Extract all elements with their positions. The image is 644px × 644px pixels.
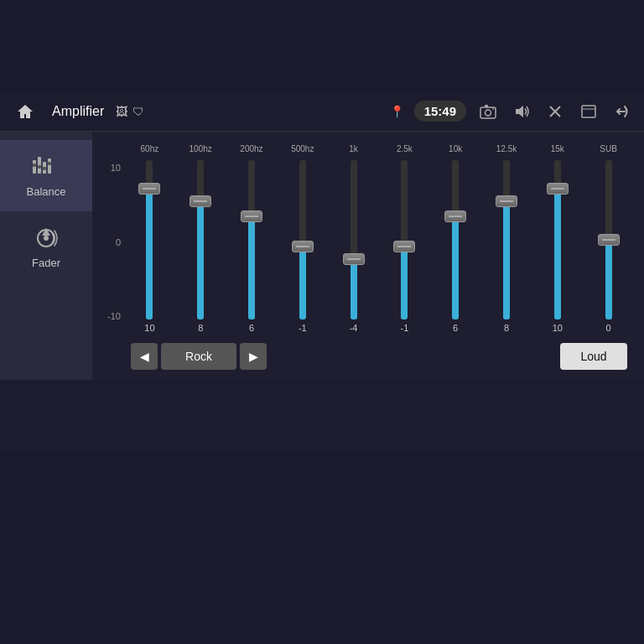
slider-fill-60hz [146,189,153,319]
freq-label-2.5k: 2.5k [397,140,413,157]
freq-label-200hz: 200hz [240,140,262,157]
slider-col-10k: 10k6 [432,140,480,338]
slider-track-10k[interactable] [452,160,459,319]
freq-label-100hz: 100hz [190,140,212,157]
value-label-1k: -4 [350,323,358,338]
slider-track-1k[interactable] [351,160,357,319]
slider-fill-15k [554,189,561,319]
sidebar-item-balance[interactable]: Balance [0,140,92,211]
slider-wrapper-SUB [584,160,632,319]
balance-icon [31,153,61,180]
slider-fill-100hz [197,201,204,319]
freq-label-12.5k: 12.5k [496,140,517,157]
slider-col-12.5k: 12.5k8 [483,140,531,338]
slider-track-60hz[interactable] [146,160,153,319]
close-button[interactable] [543,100,567,123]
preset-next-button[interactable]: ▶ [240,343,267,370]
slider-handle-12.5k[interactable] [496,195,517,207]
svg-point-1 [486,110,491,116]
svg-marker-18 [42,228,50,236]
value-label-10k: 6 [453,323,458,338]
back-button[interactable] [610,100,634,123]
slider-handle-100hz[interactable] [190,195,211,207]
slider-col-200hz: 200hz6 [228,140,276,338]
slider-track-100hz[interactable] [197,160,204,319]
slider-handle-SUB[interactable] [598,234,620,246]
freq-label-1k: 1k [349,140,358,157]
slider-track-2.5k[interactable] [401,160,408,319]
slider-fill-12.5k [503,201,510,319]
window-button[interactable] [577,100,600,123]
slider-track-200hz[interactable] [248,160,255,319]
slider-col-2.5k: 2.5k-1 [381,140,428,338]
value-label-2.5k: -1 [400,323,408,338]
slider-wrapper-2.5k [381,160,428,319]
preset-prev-button[interactable]: ◀ [131,343,158,370]
slider-col-60hz: 60hz10 [126,140,174,338]
svg-rect-7 [582,106,595,117]
freq-label-15k: 15k [551,140,564,157]
y-label-zero: 0 [116,238,121,247]
svg-rect-10 [33,164,36,167]
sliders-group: 60hz10100hz8200hz6500hz-11k-42.5k-110k61… [126,140,632,338]
slider-wrapper-12.5k [483,160,531,319]
slider-track-15k[interactable] [554,160,561,319]
camera-button[interactable] [476,100,500,123]
topbar-right: 📍 15:49 [390,100,634,123]
svg-rect-14 [43,167,46,170]
value-label-60hz: 10 [144,323,154,338]
slider-col-1k: 1k-4 [330,140,377,338]
slider-fill-1k [351,259,357,319]
freq-label-10k: 10k [449,140,462,157]
eq-sliders-container: 10 0 -10 60hz10100hz8200hz6500hz-11k-42.… [101,140,632,338]
slider-handle-500hz[interactable] [292,241,314,252]
slider-track-12.5k[interactable] [503,160,510,319]
freq-label-SUB: SUB [600,140,617,157]
value-label-500hz: -1 [299,323,307,338]
value-label-15k: 10 [553,323,563,338]
home-button[interactable] [10,96,40,127]
slider-handle-2.5k[interactable] [393,241,415,252]
slider-fill-2.5k [401,247,408,319]
slider-handle-60hz[interactable] [138,183,160,195]
y-label-bot: -10 [107,312,121,321]
value-label-SUB: 0 [606,323,611,338]
slider-wrapper-10k [432,160,480,319]
fader-label: Fader [32,257,60,269]
loud-button[interactable]: Loud [560,343,627,370]
sidebar-item-fader[interactable]: Fader [0,211,92,283]
slider-wrapper-100hz [177,160,225,319]
slider-col-15k: 15k10 [533,140,581,338]
svg-point-3 [492,108,494,110]
slider-wrapper-200hz [228,160,276,319]
fader-icon [32,225,60,252]
eq-area: 10 0 -10 60hz10100hz8200hz6500hz-11k-42.… [92,132,644,380]
svg-marker-4 [516,106,523,117]
app-screen: Amplifier 🖼 🛡 📍 15:49 [0,91,644,452]
freq-label-500hz: 500hz [291,140,314,157]
slider-wrapper-1k [330,160,377,319]
slider-fill-500hz [299,247,306,319]
y-label-top: 10 [111,164,121,173]
slider-col-SUB: SUB0 [584,140,632,338]
slider-wrapper-60hz [126,160,174,319]
slider-handle-10k[interactable] [444,210,466,222]
slider-track-500hz[interactable] [299,160,306,319]
shield-icon: 🛡 [132,105,144,118]
svg-rect-12 [38,165,41,169]
volume-button[interactable] [510,100,533,123]
bottom-controls: ◀ Rock ▶ Loud [101,338,632,373]
slider-handle-200hz[interactable] [241,210,262,222]
media-icon: 🖼 [116,105,127,118]
time-display: 15:49 [414,101,466,122]
slider-track-SUB[interactable] [605,160,612,319]
sidebar: Balance Fader [0,132,92,380]
main-content: Balance Fader 10 [0,132,644,380]
svg-rect-2 [485,105,488,107]
slider-col-500hz: 500hz-1 [278,140,326,338]
slider-handle-1k[interactable] [343,253,365,265]
value-label-200hz: 6 [249,323,254,338]
slider-handle-15k[interactable] [547,183,569,195]
slider-wrapper-15k [533,160,581,319]
slider-fill-SUB [605,240,612,319]
